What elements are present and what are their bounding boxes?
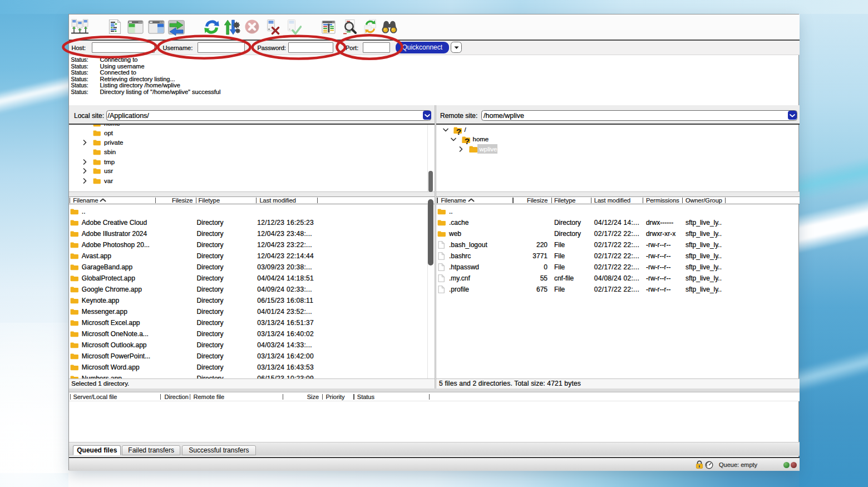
svg-text:?: ?: [456, 126, 461, 136]
svg-text:?: ?: [464, 136, 469, 145]
